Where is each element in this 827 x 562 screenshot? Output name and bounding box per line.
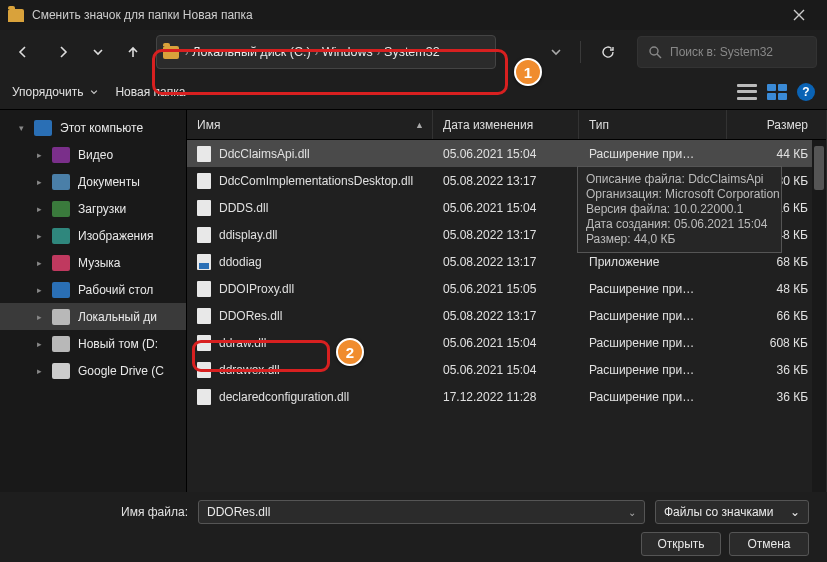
back-button[interactable]	[6, 35, 40, 69]
chevron-down-icon[interactable]: ⌄	[628, 507, 636, 518]
file-row[interactable]: ddraw.dll05.06.2021 15:04Расширение при……	[187, 329, 826, 356]
breadcrumb-seg-windows[interactable]: Windows	[322, 45, 373, 59]
file-type: Расширение при…	[579, 336, 727, 350]
chevron-right-icon: ▸	[34, 204, 44, 214]
file-name: DDDS.dll	[219, 201, 268, 215]
sidebar-item-music[interactable]: ▸Музыка	[0, 249, 186, 276]
drive-icon	[163, 46, 179, 59]
file-row[interactable]: DDOIProxy.dll05.06.2021 15:05Расширение …	[187, 275, 826, 302]
column-name[interactable]: Имя▲	[187, 110, 433, 139]
breadcrumb[interactable]: › Локальный диск (C:) › Windows › System…	[156, 35, 496, 69]
chevron-right-icon: ▸	[34, 339, 44, 349]
sidebar-item-label: Загрузки	[78, 202, 126, 216]
file-row[interactable]: ddrawex.dll05.06.2021 15:04Расширение пр…	[187, 356, 826, 383]
column-size[interactable]: Размер	[727, 110, 826, 139]
scrollbar[interactable]	[812, 140, 826, 492]
annotation-badge-2: 2	[336, 338, 364, 366]
drive-icon	[52, 309, 70, 325]
file-row[interactable]: DDORes.dll05.08.2022 13:17Расширение при…	[187, 302, 826, 329]
filter-label: Файлы со значками	[664, 505, 774, 519]
view-list-icon[interactable]	[737, 84, 757, 100]
annotation-badge-1: 1	[514, 58, 542, 86]
nav-row: › Локальный диск (C:) › Windows › System…	[0, 30, 827, 74]
sidebar-item-local-disk[interactable]: ▸Локальный ди	[0, 303, 186, 330]
sidebar: ▾Этот компьюте ▸Видео ▸Документы ▸Загруз…	[0, 110, 186, 492]
window-title: Сменить значок для папки Новая папка	[32, 8, 779, 22]
organize-label: Упорядочить	[12, 85, 83, 99]
chevron-right-icon: ›	[315, 47, 318, 58]
file-row[interactable]: DdcClaimsApi.dll05.06.2021 15:04Расширен…	[187, 140, 826, 167]
file-name: DdcClaimsApi.dll	[219, 147, 310, 161]
file-row[interactable]: declaredconfiguration.dll17.12.2022 11:2…	[187, 383, 826, 410]
column-label: Дата изменения	[443, 118, 533, 132]
file-date: 05.08.2022 13:17	[433, 255, 579, 269]
file-date: 05.06.2021 15:04	[433, 147, 579, 161]
tooltip-line: Дата создания: 05.06.2021 15:04	[586, 217, 773, 232]
sidebar-item-docs[interactable]: ▸Документы	[0, 168, 186, 195]
breadcrumb-seg-drive[interactable]: Локальный диск (C:)	[192, 45, 310, 59]
view-grid-icon[interactable]	[767, 84, 787, 100]
refresh-icon	[601, 45, 615, 59]
filename-input[interactable]: DDORes.dll ⌄	[198, 500, 645, 524]
file-date: 05.06.2021 15:04	[433, 201, 579, 215]
button-label: Отмена	[747, 537, 790, 551]
close-button[interactable]	[779, 0, 819, 30]
recent-button[interactable]	[86, 35, 110, 69]
chevron-down-icon	[91, 45, 105, 59]
file-icon	[197, 308, 211, 324]
cancel-button[interactable]: Отмена	[729, 532, 809, 556]
column-type[interactable]: Тип	[579, 110, 727, 139]
sidebar-item-label: Документы	[78, 175, 140, 189]
chevron-down-icon: ⌄	[790, 505, 800, 519]
sidebar-item-images[interactable]: ▸Изображения	[0, 222, 186, 249]
file-list: Имя▲ Дата изменения Тип Размер DdcClaims…	[186, 110, 827, 492]
file-icon	[197, 173, 211, 189]
file-name: ddodiag	[219, 255, 262, 269]
images-icon	[52, 228, 70, 244]
open-button[interactable]: Открыть	[641, 532, 721, 556]
file-type: Расширение при…	[579, 282, 727, 296]
file-type: Расширение при…	[579, 309, 727, 323]
scrollbar-thumb[interactable]	[814, 146, 824, 190]
column-date[interactable]: Дата изменения	[433, 110, 579, 139]
tooltip-line: Размер: 44,0 КБ	[586, 232, 773, 247]
sidebar-item-desktop[interactable]: ▸Рабочий стол	[0, 276, 186, 303]
tooltip-line: Версия файла: 10.0.22000.1	[586, 202, 773, 217]
tooltip-line: Описание файла: DdcClaimsApi	[586, 172, 773, 187]
refresh-button[interactable]	[591, 35, 625, 69]
filename-label: Имя файла:	[18, 505, 188, 519]
desktop-icon	[52, 282, 70, 298]
address-dropdown[interactable]	[542, 35, 570, 69]
folder-icon	[8, 9, 24, 22]
sidebar-item-video[interactable]: ▸Видео	[0, 141, 186, 168]
google-drive-icon	[52, 363, 70, 379]
organize-menu[interactable]: Упорядочить	[12, 85, 99, 99]
sort-asc-icon: ▲	[415, 120, 424, 130]
new-folder-button[interactable]: Новая папка	[115, 85, 185, 99]
forward-button[interactable]	[46, 35, 80, 69]
chevron-right-icon: ▸	[34, 177, 44, 187]
file-date: 05.08.2022 13:17	[433, 174, 579, 188]
sidebar-item-downloads[interactable]: ▸Загрузки	[0, 195, 186, 222]
file-date: 05.06.2021 15:04	[433, 363, 579, 377]
breadcrumb-seg-system32[interactable]: System32	[384, 45, 440, 59]
downloads-icon	[52, 201, 70, 217]
sidebar-item-volume-d[interactable]: ▸Новый том (D:	[0, 330, 186, 357]
file-name: ddisplay.dll	[219, 228, 277, 242]
documents-icon	[52, 174, 70, 190]
sidebar-item-label: Изображения	[78, 229, 153, 243]
file-name: ddraw.dll	[219, 336, 266, 350]
chevron-down-icon	[549, 45, 563, 59]
new-folder-label: Новая папка	[115, 85, 185, 99]
file-filter-select[interactable]: Файлы со значками ⌄	[655, 500, 809, 524]
column-label: Тип	[589, 118, 609, 132]
sidebar-item-label: Локальный ди	[78, 310, 157, 324]
toolbar: Упорядочить Новая папка ?	[0, 74, 827, 110]
search-input[interactable]: Поиск в: System32	[637, 36, 817, 68]
search-icon	[648, 45, 662, 59]
sidebar-item-google-drive[interactable]: ▸Google Drive (C	[0, 357, 186, 384]
help-button[interactable]: ?	[797, 83, 815, 101]
up-button[interactable]	[116, 35, 150, 69]
arrow-up-icon	[126, 45, 140, 59]
sidebar-item-pc[interactable]: ▾Этот компьюте	[0, 114, 186, 141]
